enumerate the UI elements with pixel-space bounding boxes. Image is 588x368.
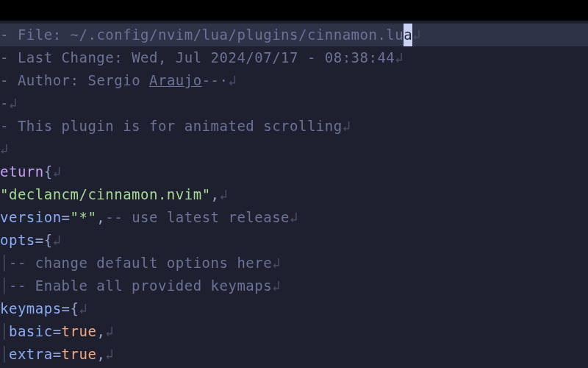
line-last-change: - Last Change: Wed, Jul 2024/07/17 - 08:… [0, 46, 588, 69]
line-return: eturn {↲ [0, 160, 588, 183]
line-keymaps: keymaps = {↲ [0, 297, 588, 320]
line-plugin-name: "declancm/cinnamon.nvim",↲ [0, 183, 588, 206]
line-empty: ↲ [0, 138, 588, 160]
cursor: a [404, 24, 412, 46]
top-bar [0, 0, 588, 21]
line-opts: opts = {↲ [0, 229, 588, 252]
line-extra: │ extra = true,↲ [0, 343, 588, 366]
line-opts-comment2: │ -- Enable all provided keymaps↲ [0, 275, 588, 297]
line-basic: │ basic = true,↲ [0, 320, 588, 343]
line-description: - This plugin is for animated scrolling↲ [0, 115, 588, 138]
line-blank: -↲ [0, 92, 588, 115]
line-version: version = "*", -- use latest release↲ [0, 206, 588, 229]
line-author: - Author: Sergio Araujo--·↲ [0, 69, 588, 92]
line-file-header: - File: ~/.config/nvim/lua/plugins/cinna… [0, 24, 588, 46]
code-editor[interactable]: - File: ~/.config/nvim/lua/plugins/cinna… [0, 21, 588, 366]
line-opts-comment1: │ -- change default options here↲ [0, 252, 588, 275]
